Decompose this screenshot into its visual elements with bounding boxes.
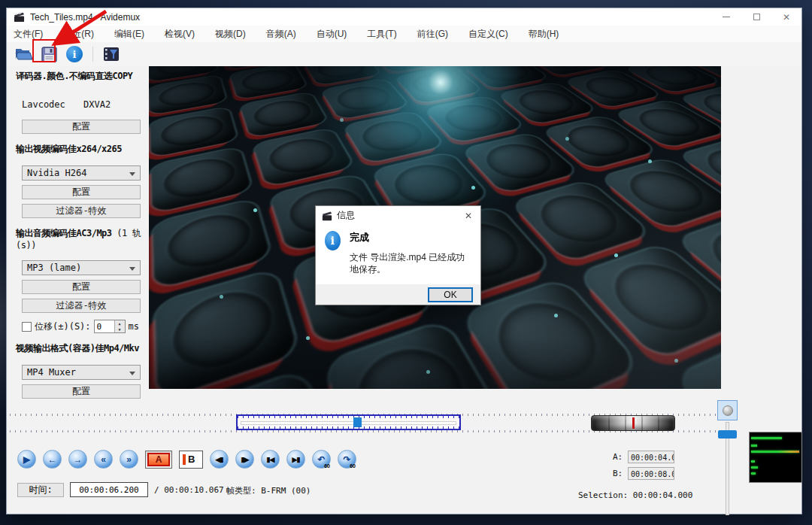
dialog-app-icon xyxy=(322,211,332,221)
audio-meter xyxy=(749,432,802,483)
chevron-down-icon xyxy=(129,172,135,176)
menu-view[interactable]: 检视(V) xyxy=(165,26,205,42)
decoder-configure-button[interactable]: 配置 xyxy=(22,120,141,134)
decoder-engine-label: Lavcodec xyxy=(22,99,83,110)
play-button[interactable]: ▶ xyxy=(17,450,36,469)
titlebar[interactable]: Tech_Tiles.mp4 - Avidemux ✕ xyxy=(7,8,801,26)
dialog-message: 文件 导出渲染.mp4 已经成功地保存。 xyxy=(350,251,471,275)
last-frame-button[interactable]: ▶▮ xyxy=(286,450,305,469)
settings-panel: 译码器.颜色.不编码直选COPY Lavcodec DXVA2 配置 输出视频编… xyxy=(7,64,149,393)
menu-help[interactable]: 帮助(H) xyxy=(529,26,569,42)
goto-marker-a-button[interactable]: ◀▮ xyxy=(210,450,229,469)
maximize-button[interactable] xyxy=(741,8,771,26)
app-icon xyxy=(14,11,25,23)
forward-60s-button[interactable]: ↷60 xyxy=(338,450,356,469)
next-keyframe-button[interactable]: » xyxy=(120,450,138,469)
video-codec-value: Nvidia H264 xyxy=(27,168,86,178)
info-dialog: 信息 ✕ i 完成 文件 导出渲染.mp4 已经成功地保存。 OK xyxy=(315,205,481,305)
current-time-input[interactable] xyxy=(70,482,148,497)
dialog-close-button[interactable]: ✕ xyxy=(456,206,480,225)
time-button[interactable]: 时间: xyxy=(17,483,64,497)
video-configure-button[interactable]: 配置 xyxy=(22,185,141,199)
next-frame-button[interactable]: → xyxy=(68,450,87,469)
close-button[interactable]: ✕ xyxy=(771,8,801,26)
open-file-button[interactable] xyxy=(14,45,32,63)
toolbar: i xyxy=(7,42,801,66)
total-duration-label: / 00:00:10.067 xyxy=(154,485,224,495)
speaker-icon xyxy=(723,405,733,416)
jog-shuttle-wheel[interactable] xyxy=(591,415,675,431)
shift-unit-label: ms xyxy=(129,321,139,332)
first-frame-button[interactable]: ▮◀ xyxy=(261,450,280,469)
spinner-arrows[interactable]: ▲ ▼ xyxy=(114,320,125,332)
toolbar-separator xyxy=(92,47,93,62)
menu-custom[interactable]: 自定义(C) xyxy=(468,26,518,42)
audio-codec-value: MP3 (lame) xyxy=(27,262,81,273)
decoder-header: 译码器.颜色.不编码直选COPY xyxy=(16,70,149,83)
annotation-highlight-box xyxy=(32,39,56,62)
minimize-icon xyxy=(723,17,730,17)
menu-edit[interactable]: 编辑(E) xyxy=(114,26,154,42)
shift-label: 位移(±)(S): xyxy=(35,320,91,333)
ok-button[interactable]: OK xyxy=(428,287,473,302)
menubar: 文件(F)最近(R)编辑(E)检视(V)视频(D)音频(A)自动(U)工具(T)… xyxy=(7,26,801,42)
menu-auto[interactable]: 自动(U) xyxy=(317,26,357,42)
menu-recent[interactable]: 最近(R) xyxy=(63,26,104,42)
avidemux-window: Tech_Tiles.mp4 - Avidemux ✕ 文件(F)最近(R)编辑… xyxy=(6,8,802,514)
chevron-down-icon xyxy=(129,372,135,375)
previous-keyframe-button[interactable]: « xyxy=(94,450,113,469)
marker-b-field[interactable] xyxy=(628,467,674,480)
set-marker-a-button[interactable]: A xyxy=(145,451,172,469)
timeline-groove xyxy=(241,421,456,425)
window-title: Tech_Tiles.mp4 - Avidemux xyxy=(30,12,140,23)
selection-duration: Selection: 00:00:04.000 xyxy=(578,490,683,500)
video-filters-button[interactable]: 过滤器-特效 xyxy=(22,204,141,218)
shift-checkbox[interactable] xyxy=(22,322,32,332)
video-properties-button[interactable] xyxy=(102,45,120,63)
audio-configure-button[interactable]: 配置 xyxy=(22,280,141,294)
desktop: Tech_Tiles.mp4 - Avidemux ✕ 文件(F)最近(R)编辑… xyxy=(0,0,812,525)
frame-type-label: 帧类型: B-FRM (00) xyxy=(226,485,311,496)
shift-spinner[interactable]: ▲ ▼ xyxy=(94,320,126,333)
video-output-header: 输出视频编码佳x264/x265 xyxy=(16,143,149,156)
muxer-select[interactable]: MP4 Muxer xyxy=(22,365,141,380)
menu-audio[interactable]: 音频(A) xyxy=(266,26,306,42)
timeline-selection[interactable] xyxy=(236,414,461,430)
goto-marker-b-button[interactable]: ▮▶ xyxy=(235,450,254,469)
info-icon: i xyxy=(325,231,341,250)
set-marker-b-button[interactable]: B xyxy=(179,451,203,469)
dialog-heading: 完成 xyxy=(350,231,471,244)
video-codec-select[interactable]: Nvidia H264 xyxy=(22,165,141,181)
spin-down-icon[interactable]: ▼ xyxy=(115,326,125,332)
dialog-title: 信息 xyxy=(337,209,355,222)
dialog-titlebar[interactable]: 信息 ✕ xyxy=(316,206,480,225)
decoder-hw-label: DXVA2 xyxy=(83,99,111,110)
volume-slider-handle[interactable] xyxy=(718,430,737,439)
spin-up-icon[interactable]: ▲ xyxy=(115,320,125,326)
transport-buttons: ▶←→«»AB◀▮▮▶▮◀▶▮↶60↷60 xyxy=(17,450,356,469)
maximize-icon xyxy=(753,14,760,20)
menu-video[interactable]: 视频(D) xyxy=(215,26,256,42)
marker-a-field[interactable] xyxy=(628,451,674,463)
muxer-value: MP4 Muxer xyxy=(27,367,76,378)
previous-frame-button[interactable]: ← xyxy=(43,450,62,469)
audio-codec-select[interactable]: MP3 (lame) xyxy=(22,260,141,275)
audio-output-header: 输出音频编码佳AC3/Mp3 (1 轨(s)) xyxy=(16,227,149,250)
chevron-down-icon xyxy=(129,267,135,271)
container-header: 视频输出格式(容器)佳Mp4/Mkv xyxy=(16,342,149,355)
muxer-configure-button[interactable]: 配置 xyxy=(22,384,141,399)
back-60s-button[interactable]: ↶60 xyxy=(312,450,331,469)
audio-filters-button[interactable]: 过滤器-特效 xyxy=(22,299,141,313)
shift-input[interactable] xyxy=(95,320,114,332)
minimize-button[interactable] xyxy=(711,8,741,26)
info-icon: i xyxy=(66,46,83,62)
marker-b-label: B: xyxy=(613,469,623,478)
menu-go[interactable]: 前往(G) xyxy=(417,26,458,42)
information-button[interactable]: i xyxy=(65,45,83,63)
marker-a-label: A: xyxy=(613,452,623,462)
menu-tools[interactable]: 工具(T) xyxy=(367,26,406,42)
mute-button[interactable] xyxy=(717,400,738,420)
timeline-handle[interactable] xyxy=(353,417,362,427)
